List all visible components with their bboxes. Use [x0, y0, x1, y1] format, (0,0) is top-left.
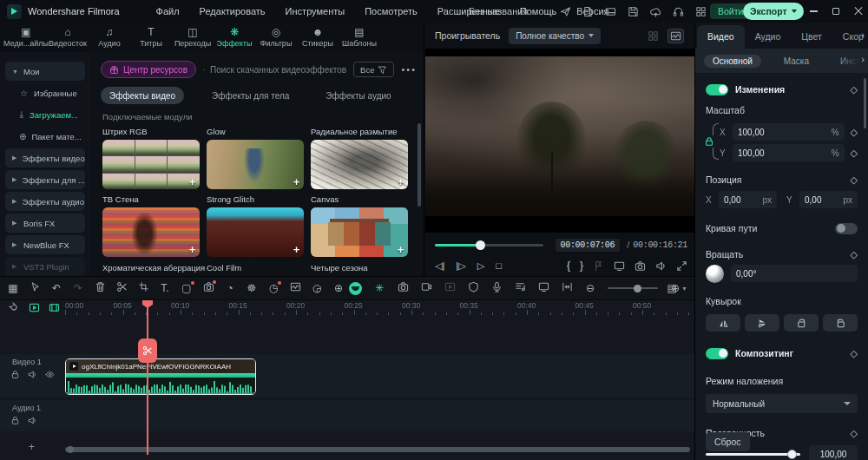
speaker-icon[interactable]	[28, 416, 37, 425]
support-headset-icon[interactable]	[673, 6, 684, 17]
tab-transitions[interactable]: ◫Переходы	[172, 23, 214, 52]
keyframe-speed-icon[interactable]: ◷	[267, 282, 279, 294]
compositing-toggle[interactable]	[706, 348, 728, 359]
multiview-icon[interactable]	[648, 30, 659, 42]
menu-view[interactable]: Посмотреть	[365, 6, 418, 16]
transform-toggle[interactable]	[706, 84, 728, 95]
layout-icon[interactable]	[605, 6, 616, 17]
marker-flag-icon[interactable]	[593, 260, 604, 272]
sidebar-item-favorites[interactable]: ☆Избранные	[12, 83, 85, 102]
lock-icon[interactable]	[10, 416, 20, 425]
tab-filters[interactable]: ◎Фильтры	[255, 23, 297, 52]
chevron-right-icon[interactable]: ›	[861, 30, 865, 40]
project-file-icon[interactable]	[582, 6, 594, 17]
scale-y-input[interactable]: 100,00%	[733, 144, 845, 161]
minimize-icon[interactable]	[810, 10, 818, 12]
speed-icon[interactable]: ◔	[224, 282, 236, 294]
reset-button[interactable]: Сброс	[706, 432, 750, 451]
scopes-button[interactable]	[667, 29, 684, 43]
play-button[interactable]: ▷	[477, 260, 484, 272]
timeline-zoom-slider[interactable]	[608, 287, 658, 289]
position-y-input[interactable]: 0,00px	[799, 191, 858, 208]
timeline-hscrollbar[interactable]	[65, 447, 690, 452]
mask-shield-icon[interactable]	[467, 281, 479, 295]
effects-scrollbar[interactable]	[418, 123, 421, 207]
effect-thumb-four-seasons[interactable]: +	[311, 207, 408, 257]
eye-icon[interactable]	[45, 370, 55, 379]
effect-thumb-cool-film[interactable]: +	[207, 207, 304, 257]
resource-center-button[interactable]: Центр ресурсов	[101, 61, 196, 78]
fit-timeline-icon[interactable]	[561, 281, 573, 295]
duration-icon[interactable]: ◶	[311, 282, 323, 294]
crop-icon[interactable]	[137, 281, 149, 295]
zoom-tool-icon[interactable]: ⊕	[332, 282, 345, 294]
tab-audio-effects[interactable]: Эффекты аудио	[317, 87, 399, 104]
chevron-right-icon[interactable]: ›	[861, 54, 865, 64]
path-curve-toggle[interactable]	[835, 223, 858, 234]
add-track-icon[interactable]: +	[29, 441, 35, 453]
close-icon[interactable]	[854, 7, 863, 16]
add-effect-icon[interactable]: +	[397, 244, 404, 255]
text-tool-icon[interactable]: T.	[159, 282, 171, 294]
prev-frame-button[interactable]: ◁|	[435, 260, 444, 272]
snapshot-icon[interactable]	[397, 281, 409, 295]
properties-scrollbar[interactable]	[864, 78, 866, 128]
track-manager-button[interactable]: ▤ ▼	[666, 282, 687, 294]
add-effect-icon[interactable]: +	[293, 244, 299, 255]
next-frame-button[interactable]: |▷	[456, 260, 465, 272]
tab-effects[interactable]: ❋Эффекты	[214, 23, 255, 52]
subtab-mask[interactable]: Маска	[775, 55, 818, 68]
lock-icon[interactable]	[10, 370, 20, 379]
sidebar-item-my[interactable]: ▼Мои	[5, 62, 85, 81]
add-effect-icon[interactable]: +	[188, 176, 195, 187]
ai-portrait-icon[interactable]	[349, 282, 362, 295]
rotate-ccw-button[interactable]	[823, 314, 858, 332]
tab-audio[interactable]: ♫Аудио	[89, 23, 130, 52]
keyframe-diamond-icon[interactable]: ◇	[851, 428, 858, 439]
fullscreen-icon[interactable]	[676, 260, 687, 272]
preview-display-icon[interactable]	[614, 260, 625, 272]
subtab-basic[interactable]: Основной	[704, 55, 761, 68]
zoom-slider-knob[interactable]	[634, 285, 641, 292]
film-roll-icon[interactable]	[49, 302, 60, 313]
menu-tools[interactable]: Инструменты	[286, 6, 345, 16]
mark-out-icon[interactable]: }	[580, 260, 583, 272]
menu-edit[interactable]: Редактировать	[200, 6, 266, 16]
ai-effects-icon[interactable]: ✳	[373, 282, 385, 294]
tab-titles[interactable]: TТитры	[130, 23, 172, 52]
playhead[interactable]	[147, 300, 148, 455]
flip-horizontal-button[interactable]	[706, 314, 740, 332]
effect-thumb-tv-wall[interactable]: +	[102, 140, 200, 189]
tab-body-effects[interactable]: Эффекты для тела	[203, 87, 298, 104]
blend-mode-dropdown[interactable]: Нормальный	[706, 394, 858, 413]
seek-knob[interactable]	[476, 240, 485, 250]
apps-grid-icon[interactable]	[695, 6, 707, 17]
tab-audio-props[interactable]: Аудио	[745, 25, 792, 49]
adjust-icon[interactable]	[289, 281, 301, 295]
undo-icon[interactable]: ↶	[50, 282, 62, 294]
video-clip[interactable]: ogXLflChInjk01aPNeFtVEwfOVFiGGNRKOiAAH	[65, 358, 256, 395]
opacity-knob[interactable]	[787, 450, 797, 459]
magnet-snap-icon[interactable]	[6, 300, 22, 316]
playhead-scissors-badge[interactable]	[138, 338, 157, 363]
screen-record-icon[interactable]	[537, 281, 549, 295]
share-icon[interactable]	[560, 6, 571, 17]
seek-bar[interactable]	[435, 244, 543, 246]
keyframe-diamond-icon[interactable]: ◇	[851, 249, 858, 260]
redo-icon[interactable]: ↷	[72, 282, 84, 294]
video-preview[interactable]	[425, 49, 694, 233]
effect-thumb-strong-glitch[interactable]: +	[207, 140, 304, 189]
add-effect-icon[interactable]: +	[397, 176, 404, 187]
effect-thumb-chromatic[interactable]: +	[102, 207, 200, 257]
add-effect-icon[interactable]: +	[293, 176, 299, 187]
opacity-slider[interactable]	[706, 453, 800, 456]
scale-x-input[interactable]: 100,00%	[733, 123, 845, 141]
sidebar-item-material-pack[interactable]: ⊕Пакет мате...	[12, 127, 85, 146]
sidebar-item-vst3[interactable]: ▶VST3 Plugin	[5, 257, 85, 276]
sidebar-item-video-effects[interactable]: ▶Эффекты видео	[5, 148, 85, 168]
autoplay-icon[interactable]	[444, 281, 456, 295]
more-options-icon[interactable]: •••	[401, 64, 417, 75]
export-button[interactable]: Экспорт	[743, 3, 804, 20]
audio-track-lane[interactable]	[0, 400, 694, 431]
flip-vertical-button[interactable]	[745, 314, 779, 332]
